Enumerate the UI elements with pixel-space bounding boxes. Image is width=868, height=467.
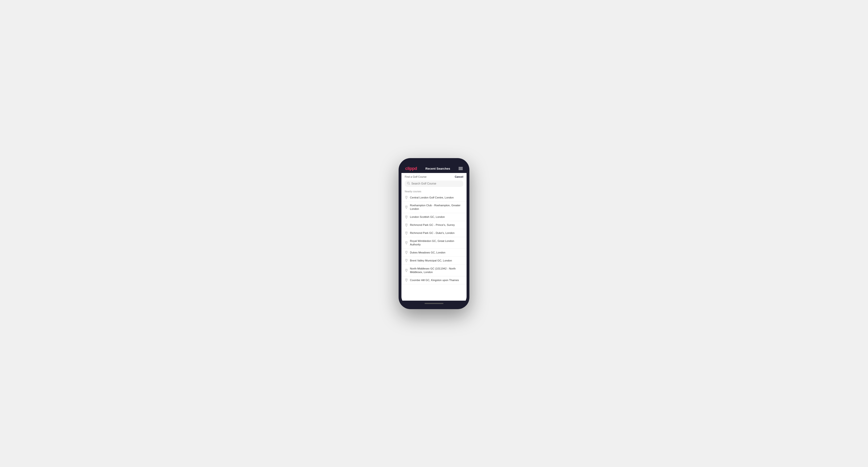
location-pin-icon <box>405 223 408 227</box>
svg-point-5 <box>406 224 407 225</box>
course-name: Roehampton Club - Roehampton, Greater Lo… <box>410 204 463 211</box>
search-icon <box>407 182 410 185</box>
location-pin-icon <box>405 231 408 235</box>
nearby-label: Nearby courses <box>401 189 467 194</box>
location-pin-icon <box>405 278 408 282</box>
find-header: Find a Golf Course Cancel <box>401 173 467 180</box>
menu-icon[interactable] <box>459 167 463 170</box>
list-item[interactable]: Brent Valley Municipal GC, London <box>401 257 467 265</box>
course-name: Brent Valley Municipal GC, London <box>410 259 452 262</box>
location-pin-icon <box>405 206 408 209</box>
location-pin-icon <box>405 215 408 219</box>
app-header: clippd Recent Searches <box>401 164 467 173</box>
phone-frame: clippd Recent Searches Find a Golf Cours… <box>399 158 469 309</box>
app-logo: clippd <box>405 166 417 171</box>
location-pin-icon <box>405 251 408 254</box>
home-bar <box>425 303 443 304</box>
course-name: Richmond Park GC - Prince's, Surrey <box>410 223 455 227</box>
list-item[interactable]: London Scottish GC, London <box>401 213 467 221</box>
location-pin-icon <box>405 269 408 272</box>
main-content: Find a Golf Course Cancel Nearby <box>401 173 467 301</box>
cancel-button[interactable]: Cancel <box>455 175 463 178</box>
svg-point-7 <box>406 242 407 243</box>
course-name: Richmond Park GC - Duke's, London <box>410 231 455 235</box>
svg-point-9 <box>406 259 407 260</box>
list-item[interactable]: Richmond Park GC - Duke's, London <box>401 229 467 237</box>
course-name: Coombe Hill GC, Kingston upon Thames <box>410 278 459 282</box>
svg-point-4 <box>406 216 407 217</box>
course-name: London Scottish GC, London <box>410 215 445 219</box>
list-item[interactable]: Coombe Hill GC, Kingston upon Thames <box>401 276 467 284</box>
svg-point-11 <box>406 279 407 280</box>
svg-point-3 <box>406 206 407 207</box>
status-bar <box>401 161 467 164</box>
home-indicator <box>401 301 467 306</box>
course-name: Central London Golf Centre, London <box>410 196 454 199</box>
search-container <box>401 180 467 189</box>
list-item[interactable]: North Middlesex GC (1011942 - North Midd… <box>401 265 467 276</box>
course-list: Central London Golf Centre, London Roeha… <box>401 194 467 284</box>
header-title: Recent Searches <box>426 167 450 170</box>
list-item[interactable]: Royal Wimbledon GC, Great London Authori… <box>401 237 467 249</box>
location-pin-icon <box>405 196 408 199</box>
search-input[interactable] <box>411 182 461 185</box>
svg-point-10 <box>406 269 407 270</box>
list-item[interactable]: Central London Golf Centre, London <box>401 194 467 202</box>
svg-point-8 <box>406 252 407 252</box>
search-input-wrapper <box>405 181 463 187</box>
svg-point-2 <box>406 196 407 197</box>
svg-point-0 <box>407 182 409 184</box>
nearby-section: Nearby courses Central London Golf Centr… <box>401 189 467 301</box>
svg-point-6 <box>406 232 407 233</box>
list-item[interactable]: Roehampton Club - Roehampton, Greater Lo… <box>401 201 467 213</box>
location-pin-icon <box>405 241 408 245</box>
course-name: North Middlesex GC (1011942 - North Midd… <box>410 267 463 274</box>
list-item[interactable]: Richmond Park GC - Prince's, Surrey <box>401 221 467 229</box>
course-name: Dukes Meadows GC, London <box>410 251 445 254</box>
location-pin-icon <box>405 259 408 262</box>
course-name: Royal Wimbledon GC, Great London Authori… <box>410 239 463 246</box>
find-label: Find a Golf Course <box>405 175 427 178</box>
svg-line-1 <box>409 184 410 185</box>
phone-screen: clippd Recent Searches Find a Golf Cours… <box>401 161 467 306</box>
list-item[interactable]: Dukes Meadows GC, London <box>401 249 467 257</box>
